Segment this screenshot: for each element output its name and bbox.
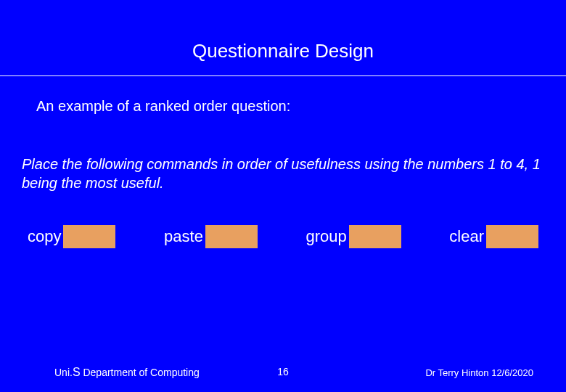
option-label: paste	[164, 227, 203, 246]
option-clear: clear	[449, 225, 538, 248]
footer-page-number: 16	[277, 366, 289, 377]
option-group: group	[305, 225, 401, 248]
option-copy: copy	[28, 225, 115, 248]
footer: Uni.S Department of Computing 16 Dr Terr…	[0, 366, 566, 379]
rank-input-group[interactable]	[349, 225, 401, 248]
rank-input-copy[interactable]	[63, 225, 115, 248]
option-paste: paste	[164, 225, 258, 248]
option-label: copy	[28, 227, 61, 246]
slide-title: Questionnaire Design	[0, 40, 566, 62]
intro-text: An example of a ranked order question:	[36, 98, 544, 115]
instruction-text: Place the following commands in order of…	[22, 155, 544, 192]
options-row: copy paste group clear	[22, 225, 544, 248]
option-label: group	[305, 227, 346, 246]
rank-input-clear[interactable]	[486, 225, 538, 248]
footer-author-date: Dr Terry Hinton 12/6/2020	[425, 367, 533, 378]
footer-department: Uni.S Department of Computing	[54, 366, 200, 379]
option-label: clear	[449, 227, 484, 246]
rank-input-paste[interactable]	[205, 225, 258, 248]
